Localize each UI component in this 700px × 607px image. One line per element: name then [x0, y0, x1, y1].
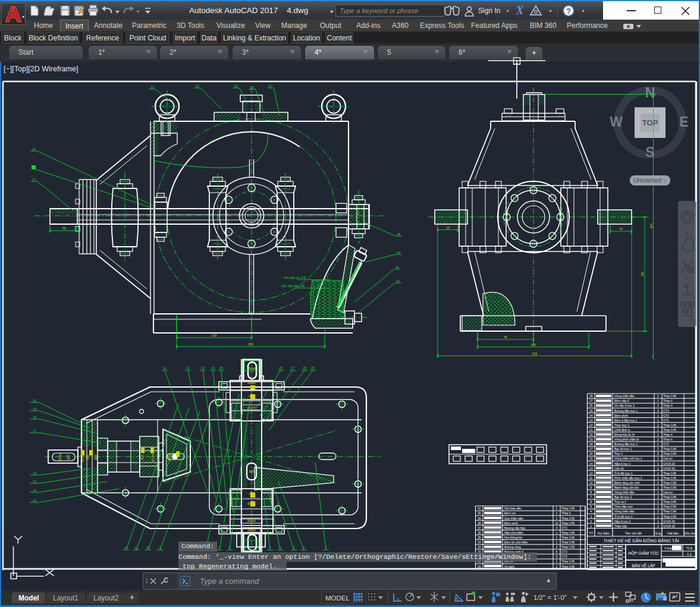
- svg-text:1: 1: [657, 428, 659, 432]
- svg-text:CT3: CT3: [663, 414, 669, 417]
- svg-text:325: 325: [532, 352, 538, 356]
- svg-text:1: 1: [556, 540, 558, 544]
- svg-text:20: 20: [33, 399, 36, 402]
- svg-text:Thép ít: Thép ít: [561, 511, 571, 515]
- svg-text:GX15-32: GX15-32: [663, 467, 675, 470]
- svg-text:13: 13: [589, 467, 593, 470]
- svg-text:Ø30: Ø30: [249, 395, 255, 398]
- svg-text:2: 2: [657, 495, 659, 499]
- svg-text:7: 7: [590, 495, 592, 499]
- svg-text:190: 190: [641, 272, 644, 277]
- svg-text:20: 20: [589, 433, 593, 436]
- svg-text:Đệm nút: Đệm nút: [504, 511, 516, 515]
- svg-text:12: 12: [589, 471, 593, 475]
- svg-text:Thép C45: Thép C45: [663, 505, 676, 508]
- svg-text:38: 38: [478, 521, 481, 525]
- svg-text:12: 12: [555, 521, 558, 525]
- svg-text:CT3: CT3: [663, 419, 669, 422]
- svg-text:16: 16: [589, 452, 593, 455]
- svg-text:Thép C45: Thép C45: [561, 521, 575, 525]
- svg-text:1: 1: [657, 505, 659, 508]
- svg-text:1: 1: [556, 531, 558, 534]
- svg-text:14: 14: [33, 489, 36, 492]
- svg-text:Ø25: Ø25: [249, 470, 255, 473]
- svg-text:1: 1: [657, 490, 659, 494]
- svg-text:1: 1: [657, 433, 659, 436]
- svg-text:1: 1: [657, 457, 659, 460]
- svg-text:2: 2: [657, 423, 659, 427]
- svg-text:Ổ bi đỡ trục 2: Ổ bi đỡ trục 2: [614, 515, 633, 518]
- svg-text:23: 23: [589, 419, 593, 422]
- svg-text:1: 1: [556, 559, 558, 563]
- svg-text:Cốc lót: Cốc lót: [614, 467, 624, 470]
- svg-text:2: 2: [556, 545, 558, 549]
- svg-text:1: 1: [556, 517, 558, 520]
- svg-text:Thép C45: Thép C45: [561, 565, 575, 568]
- svg-text:250: 250: [248, 342, 253, 346]
- svg-text:Vòng chắn dầu: Vòng chắn dầu: [614, 394, 635, 398]
- svg-text:CT3: CT3: [561, 550, 567, 553]
- svg-text:21: 21: [163, 366, 167, 370]
- svg-text:20: 20: [311, 366, 315, 370]
- svg-text:34: 34: [196, 84, 199, 88]
- svg-text:Thép C45: Thép C45: [561, 531, 575, 534]
- svg-text:Ø35k6: Ø35k6: [247, 382, 256, 385]
- svg-text:1: 1: [556, 507, 558, 510]
- svg-text:Thép C45: Thép C45: [663, 447, 676, 451]
- svg-text:Bulong đầu trục 1: Bulong đầu trục 1: [614, 442, 638, 446]
- svg-text:5: 5: [590, 505, 592, 508]
- svg-text:27: 27: [32, 178, 36, 181]
- svg-text:Thân hộp: Thân hộp: [614, 524, 627, 528]
- svg-text:1: 1: [556, 511, 558, 515]
- svg-text:Thép ít: Thép ít: [663, 404, 673, 407]
- svg-text:Thép C45: Thép C45: [663, 471, 676, 475]
- svg-text:Ø25k6: Ø25k6: [59, 453, 62, 461]
- svg-text:2: 2: [657, 467, 659, 470]
- svg-text:Thép C45: Thép C45: [561, 536, 575, 539]
- svg-text:2: 2: [657, 452, 659, 455]
- svg-text:38: 38: [397, 232, 400, 236]
- svg-text:Thép C45: Thép C45: [561, 540, 575, 544]
- svg-text:1: 1: [657, 476, 659, 480]
- svg-text:15: 15: [589, 457, 593, 460]
- svg-text:28: 28: [589, 394, 593, 398]
- svg-text:Nắp cửa thăm: Nắp cửa thăm: [504, 531, 523, 534]
- svg-text:39: 39: [397, 251, 400, 254]
- svg-text:Then trục 1: Then trục 1: [614, 423, 630, 427]
- svg-text:Ø30: Ø30: [141, 454, 144, 460]
- svg-text:34: 34: [478, 540, 481, 544]
- svg-text:50: 50: [62, 227, 66, 230]
- svg-text:1/2" = 1'-0": 1/2" = 1'-0": [533, 594, 567, 601]
- svg-text:33: 33: [150, 86, 154, 89]
- svg-text:Trục 1: Trục 1: [614, 452, 623, 455]
- svg-text:1: 1: [590, 524, 592, 528]
- svg-text:Thép ít: Thép ít: [663, 399, 673, 402]
- svg-text:Đệm vênh: Đệm vênh: [614, 414, 628, 417]
- svg-text:TOP: TOP: [642, 118, 658, 127]
- svg-text:Ổ bi đỡ trục 1: Ổ bi đỡ trục 1: [614, 471, 633, 475]
- svg-text:41: 41: [396, 279, 400, 283]
- svg-text:2: 2: [657, 509, 659, 513]
- svg-text:Bạc lót trục 1: Bạc lót trục 1: [614, 447, 632, 451]
- svg-text:40: 40: [395, 266, 399, 269]
- svg-text:1: 1: [657, 462, 659, 466]
- svg-text:Bulong đầu trục 1: Bulong đầu trục 1: [614, 409, 638, 413]
- svg-text:9: 9: [590, 486, 592, 489]
- svg-text:Ký hiệu: Ký hiệu: [598, 531, 609, 535]
- svg-text:24: 24: [211, 366, 215, 370]
- svg-text:CT3: CT3: [663, 442, 669, 446]
- svg-text:Thép C45: Thép C45: [663, 481, 676, 485]
- svg-text:Đệm nắp ổ: Đệm nắp ổ: [614, 399, 629, 402]
- svg-text:1: 1: [657, 447, 659, 451]
- svg-text:Thép C45: Thép C45: [663, 509, 676, 513]
- svg-text:2: 2: [657, 394, 659, 398]
- svg-text:Thép ít: Thép ít: [663, 433, 673, 436]
- svg-text:95: 95: [504, 335, 507, 339]
- svg-text:Vòng phớt chắn lớ: Vòng phớt chắn lớ: [614, 438, 639, 441]
- svg-text:39: 39: [478, 517, 481, 520]
- svg-text:Vòng chặn mỡ trục 1: Vòng chặn mỡ trục 1: [614, 457, 642, 460]
- svg-text:19: 19: [589, 438, 593, 441]
- svg-text:41: 41: [478, 507, 481, 510]
- svg-text:Nắp ổ trục 1: Nắp ổ trục 1: [614, 462, 630, 466]
- svg-text:6: 6: [556, 555, 558, 558]
